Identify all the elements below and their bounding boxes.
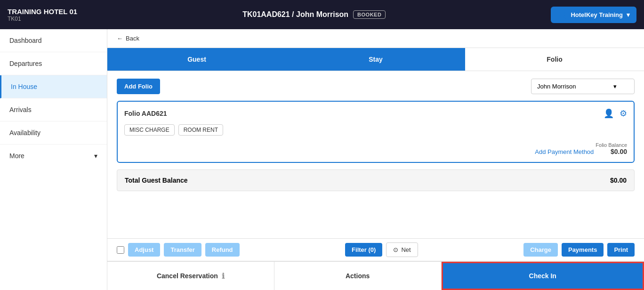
charge-button[interactable]: Charge: [523, 243, 558, 257]
folio-card: Folio AAD621 👤 ⚙ MISC CHARGE ROOM RENT A…: [117, 101, 635, 163]
user-icon: 👤: [557, 10, 567, 19]
guest-select[interactable]: John Morrison ▾: [531, 79, 635, 94]
tab-guest[interactable]: Guest: [107, 48, 286, 71]
actions-label: Actions: [346, 272, 370, 280]
sidebar-item-arrivals[interactable]: Arrivals: [0, 98, 107, 121]
chevron-down-icon: ▾: [613, 83, 617, 90]
status-badge: BOOKED: [353, 10, 386, 19]
sidebar-item-departures[interactable]: Departures: [0, 52, 107, 75]
check-in-label: Check In: [529, 272, 556, 280]
folio-tags: MISC CHARGE ROOM RENT: [124, 124, 627, 136]
sidebar-item-inhouse[interactable]: In House: [0, 75, 107, 98]
transfer-button[interactable]: Transfer: [164, 243, 201, 257]
tab-folio[interactable]: Folio: [465, 48, 644, 71]
content-area: ← Back Guest Stay Folio Add Folio John M…: [107, 29, 644, 290]
gear-icon[interactable]: ⚙: [620, 108, 627, 119]
action-bar: Adjust Transfer Refund Filter (0) ⊙ Net …: [107, 238, 644, 261]
chevron-down-icon: ▾: [94, 152, 97, 160]
folio-footer: Add Payment Method Folio Balance $0.00: [124, 142, 627, 155]
actions-button[interactable]: Actions: [274, 262, 442, 290]
refund-button[interactable]: Refund: [205, 243, 240, 257]
folio-content: Add Folio John Morrison ▾ Folio AAD621 👤…: [107, 71, 644, 238]
guest-select-value: John Morrison: [537, 83, 576, 90]
room-rent-tag[interactable]: ROOM RENT: [178, 124, 223, 136]
tab-stay[interactable]: Stay: [286, 48, 465, 71]
payments-button[interactable]: Payments: [562, 243, 604, 257]
folio-icons: 👤 ⚙: [604, 108, 627, 119]
chevron-down-icon: ▾: [627, 11, 630, 18]
reservation-id: TK01AAD621 / John Morrison: [242, 10, 348, 19]
select-all-checkbox[interactable]: [117, 246, 124, 254]
add-payment-link[interactable]: Add Payment Method: [535, 148, 594, 155]
sidebar: Dashboard Departures In House Arrivals A…: [0, 29, 107, 290]
total-balance-amount: $0.00: [610, 177, 627, 184]
person-icon[interactable]: 👤: [604, 108, 614, 119]
hotel-info: TRAINING HOTEL 01 TK01: [8, 8, 77, 22]
folio-balance-amount: $0.00: [596, 148, 627, 155]
misc-charge-tag[interactable]: MISC CHARGE: [124, 124, 175, 136]
print-button[interactable]: Print: [607, 243, 635, 257]
back-label: Back: [126, 35, 139, 42]
tab-bar: Guest Stay Folio: [107, 48, 644, 71]
total-balance-label: Total Guest Balance: [125, 177, 188, 184]
filter-button[interactable]: Filter (0): [345, 243, 382, 257]
main-layout: Dashboard Departures In House Arrivals A…: [0, 29, 644, 290]
sidebar-item-more[interactable]: More ▾: [0, 145, 107, 167]
back-link[interactable]: ← Back: [117, 35, 635, 42]
sidebar-item-dashboard[interactable]: Dashboard: [0, 29, 107, 52]
cancel-reservation-label: Cancel Reservation: [157, 272, 218, 280]
adjust-button[interactable]: Adjust: [128, 243, 160, 257]
arrow-left-icon: ←: [117, 35, 123, 42]
info-icon: ℹ: [222, 272, 225, 281]
folio-balance-section: Folio Balance $0.00: [596, 142, 627, 155]
hotel-code: TK01: [8, 16, 77, 22]
back-bar: ← Back: [107, 29, 644, 48]
user-label: HotelKey Training: [571, 11, 623, 18]
add-folio-button[interactable]: Add Folio: [117, 79, 160, 94]
folio-header: Add Folio John Morrison ▾: [117, 79, 635, 94]
folio-balance-label: Folio Balance: [596, 142, 627, 148]
reservation-info: TK01AAD621 / John Morrison BOOKED: [242, 10, 386, 19]
hotel-name: TRAINING HOTEL 01: [8, 8, 77, 16]
net-button[interactable]: ⊙ Net: [386, 242, 418, 257]
sidebar-item-availability[interactable]: Availability: [0, 121, 107, 145]
user-section: 👤 HotelKey Training ▾: [551, 7, 636, 23]
circle-icon: ⊙: [393, 246, 398, 253]
check-in-button[interactable]: Check In: [442, 262, 644, 290]
header: TRAINING HOTEL 01 TK01 TK01AAD621 / John…: [0, 0, 644, 29]
folio-title: Folio AAD621: [124, 110, 167, 117]
cancel-reservation-button[interactable]: Cancel Reservation ℹ: [107, 262, 274, 290]
bottom-action-bar: Cancel Reservation ℹ Actions Check In: [107, 261, 644, 290]
total-balance-row: Total Guest Balance $0.00: [117, 169, 635, 191]
user-menu-button[interactable]: 👤 HotelKey Training ▾: [551, 7, 636, 23]
folio-card-header: Folio AAD621 👤 ⚙: [124, 108, 627, 119]
